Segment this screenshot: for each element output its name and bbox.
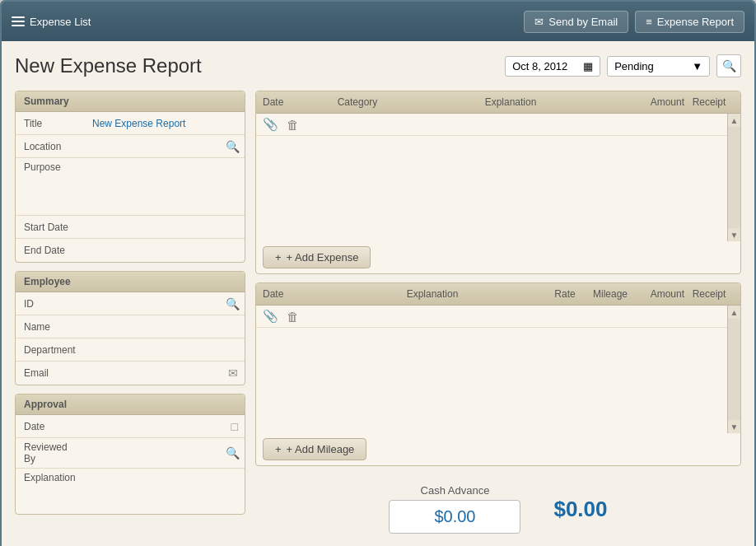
mileage-scroll-down[interactable]: ▼ [728, 420, 740, 433]
mileage-table-body: 📎 🗑 ▲ ▼ [256, 306, 740, 433]
start-date-row: Start Date [16, 216, 245, 239]
expense-col-category: Category [320, 96, 394, 108]
approval-rows: Date □ Reviewed By 🔍 Explanation [16, 415, 245, 514]
employee-name-row: Name [16, 315, 245, 338]
cash-advance-label: Cash Advance [421, 484, 490, 497]
header-controls: ▦ Pending Approved Rejected ▼ 🔍 [505, 54, 741, 77]
reviewed-by-row: Reviewed By 🔍 [16, 438, 245, 469]
approval-date-label: Date [16, 418, 86, 436]
expense-col-amount: Amount [627, 96, 684, 108]
date-picker-wrap[interactable]: ▦ [505, 56, 600, 77]
employee-section: Employee ID 🔍 Name Department [15, 271, 245, 385]
purpose-textarea[interactable] [86, 158, 245, 212]
app-window: Expense List ✉ Send by Email ≡ Expense R… [0, 0, 756, 546]
employee-rows: ID 🔍 Name Department [16, 292, 245, 385]
search-icon: 🔍 [722, 59, 736, 72]
mileage-scroll-track [728, 319, 740, 420]
reviewed-by-search-icon[interactable]: 🔍 [219, 446, 245, 460]
mileage-table-rows[interactable]: 📎 🗑 [256, 306, 740, 433]
location-search-icon[interactable]: 🔍 [219, 140, 245, 153]
expense-report-label: Expense Report [657, 16, 734, 28]
employee-id-row: ID 🔍 [16, 292, 245, 315]
expense-table-header: Date Category Explanation Amount Receipt [256, 91, 740, 114]
mileage-paperclip-icon[interactable]: 📎 [263, 309, 278, 324]
title-row: Title New Expense Report [16, 112, 245, 135]
start-date-label: Start Date [16, 218, 86, 236]
add-mileage-icon: + [275, 443, 282, 455]
department-row: Department [16, 338, 245, 362]
explanation-label: Explanation [16, 469, 86, 487]
end-date-row: End Date [16, 239, 245, 262]
expense-scroll-track [728, 127, 740, 228]
add-mileage-label: + Add Mileage [287, 443, 355, 455]
send-email-button[interactable]: ✉ Send by Email [524, 11, 628, 33]
status-select[interactable]: Pending Approved Rejected [614, 60, 688, 72]
expense-table-body: 📎 🗑 ▲ ▼ [256, 114, 740, 241]
expense-report-button[interactable]: ≡ Expense Report [635, 11, 744, 33]
expense-scroll-up[interactable]: ▲ [728, 114, 740, 127]
expense-col-receipt: Receipt [684, 96, 734, 108]
email-label: Email [16, 364, 86, 382]
mileage-scrollbar[interactable]: ▲ ▼ [727, 306, 740, 433]
expense-paperclip-icon[interactable]: 📎 [263, 117, 278, 132]
mileage-col-rate: Rate [544, 288, 586, 300]
explanation-textarea[interactable] [86, 469, 245, 506]
department-input[interactable] [86, 342, 245, 358]
calendar-icon: ▦ [583, 60, 593, 72]
employee-header: Employee [16, 272, 245, 292]
expense-table-rows[interactable]: 📎 🗑 [256, 114, 740, 241]
add-expense-button[interactable]: + + Add Expense [263, 246, 371, 268]
hamburger-icon [12, 16, 25, 26]
right-column: Date Category Explanation Amount Receipt… [255, 91, 741, 540]
email-icon: ✉ [222, 366, 245, 380]
expense-table-section: Date Category Explanation Amount Receipt… [255, 91, 741, 274]
approval-section: Approval Date □ Reviewed By 🔍 [15, 394, 245, 515]
approval-date-input[interactable] [86, 418, 225, 435]
employee-name-input[interactable] [86, 319, 245, 335]
start-date-input[interactable] [86, 219, 245, 236]
date-input[interactable] [512, 60, 578, 72]
department-label: Department [16, 341, 86, 359]
add-mileage-button[interactable]: + + Add Mileage [263, 438, 366, 460]
purpose-row: Purpose [16, 158, 245, 216]
cash-advance-input[interactable]: $0.00 [389, 500, 520, 534]
top-bar-right: ✉ Send by Email ≡ Expense Report [524, 11, 744, 33]
expense-empty-area [256, 136, 727, 226]
mileage-scroll-up[interactable]: ▲ [728, 306, 740, 319]
location-row: Location 🔍 [16, 135, 245, 158]
employee-id-search-icon[interactable]: 🔍 [219, 297, 245, 310]
expense-scrollbar[interactable]: ▲ ▼ [727, 114, 740, 241]
mileage-action-row: 📎 🗑 [256, 306, 727, 328]
employee-name-label: Name [16, 318, 86, 336]
send-email-label: Send by Email [548, 16, 618, 28]
mileage-add-row: + + Add Mileage [256, 433, 740, 465]
approval-calendar-icon[interactable]: □ [225, 420, 245, 433]
mileage-col-mileage: Mileage [586, 288, 635, 300]
status-select-wrap[interactable]: Pending Approved Rejected ▼ [607, 56, 710, 77]
expense-trash-icon[interactable]: 🗑 [287, 118, 299, 132]
employee-id-input[interactable] [86, 296, 219, 312]
mileage-trash-icon[interactable]: 🗑 [287, 310, 299, 324]
main-content: New Expense Report ▦ Pending Approved Re… [2, 41, 754, 546]
cash-advance-value: $0.00 [434, 507, 475, 525]
email-input[interactable] [86, 365, 222, 381]
top-bar: Expense List ✉ Send by Email ≡ Expense R… [2, 2, 754, 41]
mileage-col-explanation: Explanation [320, 288, 544, 300]
expense-scroll-down[interactable]: ▼ [728, 228, 740, 241]
reviewed-by-input[interactable] [86, 445, 219, 461]
expense-col-date: Date [263, 96, 320, 108]
summary-header: Summary [16, 91, 245, 112]
email-row: Email ✉ [16, 362, 245, 385]
location-input[interactable] [86, 138, 219, 155]
approval-header: Approval [16, 394, 245, 415]
approval-date-row: Date □ [16, 415, 245, 438]
expense-action-row: 📎 🗑 [256, 114, 727, 136]
left-column: Summary Title New Expense Report Locatio… [15, 91, 245, 540]
summary-section: Summary Title New Expense Report Locatio… [15, 91, 245, 263]
reviewed-by-label: Reviewed By [16, 438, 86, 468]
expense-list-nav[interactable]: Expense List [12, 16, 91, 28]
title-label: Title [16, 114, 86, 133]
mileage-col-date: Date [263, 288, 320, 300]
header-search-button[interactable]: 🔍 [716, 54, 741, 77]
end-date-input[interactable] [86, 242, 245, 259]
